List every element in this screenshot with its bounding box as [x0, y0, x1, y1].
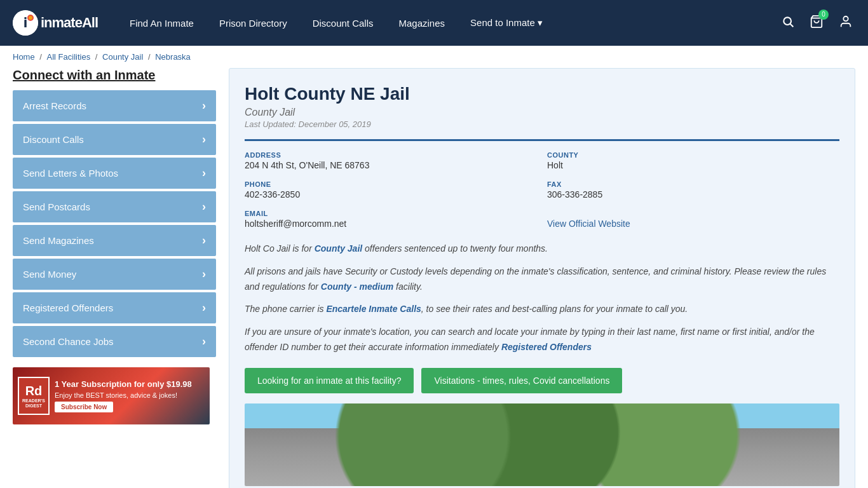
svg-point-4	[783, 17, 791, 25]
nav-prison-directory[interactable]: Prison Directory	[207, 0, 300, 46]
facility-phone: PHONE 402-336-2850	[245, 180, 537, 200]
chevron-right-icon: ›	[202, 234, 206, 247]
facility-email: EMAIL holtsheriff@morcomm.net	[245, 210, 537, 229]
facility-county: COUNTY Holt	[547, 151, 839, 170]
desc-paragraph-1: Holt Co Jail is for County Jail offender…	[245, 241, 839, 257]
facility-fax: FAX 306-336-2885	[547, 180, 839, 200]
logo-icon: i	[13, 10, 38, 36]
facility-website-link[interactable]: View Official Website	[547, 219, 630, 229]
svg-point-0	[13, 10, 38, 36]
sidebar-item-label: Send Postcards	[23, 201, 90, 212]
cart-badge: 0	[818, 10, 829, 20]
breadcrumb: Home / All Facilities / County Jail / Ne…	[0, 46, 868, 68]
nav-find-inmate[interactable]: Find An Inmate	[117, 0, 207, 46]
sidebar-title: Connect with an Inmate	[13, 68, 216, 83]
chevron-right-icon: ›	[202, 268, 206, 281]
sidebar-item-send-letters[interactable]: Send Letters & Photos ›	[13, 158, 216, 189]
facility-image	[245, 403, 839, 486]
main-nav: Find An Inmate Prison Directory Discount…	[117, 0, 779, 46]
chevron-right-icon: ›	[202, 99, 206, 112]
svg-text:i: i	[24, 16, 27, 30]
encartele-link[interactable]: Encartele Inmate Calls	[326, 304, 421, 314]
ad-logo: Rd READER'S DIGEST	[18, 377, 50, 415]
sidebar-item-label: Send Letters & Photos	[23, 168, 118, 179]
facility-info-grid: ADDRESS 204 N 4th St, O'Neill, NE 68763 …	[245, 139, 839, 229]
sidebar-menu: Arrest Records › Discount Calls › Send L…	[13, 90, 216, 357]
svg-line-5	[790, 24, 794, 27]
facility-website: View Official Website	[547, 210, 839, 229]
chevron-right-icon: ›	[202, 200, 206, 214]
nav-send-to-inmate[interactable]: Send to Inmate ▾	[458, 0, 555, 46]
logo[interactable]: i inmateAll	[13, 10, 98, 36]
sidebar-item-label: Arrest Records	[23, 100, 86, 111]
sidebar-item-label: Discount Calls	[23, 134, 84, 145]
facility-address: ADDRESS 204 N 4th St, O'Neill, NE 68763	[245, 151, 537, 170]
sidebar-item-label: Send Money	[23, 269, 76, 280]
breadcrumb-home[interactable]: Home	[13, 52, 35, 62]
sidebar-item-send-money[interactable]: Send Money ›	[13, 259, 216, 290]
chevron-right-icon: ›	[202, 335, 206, 348]
facility-aerial-photo	[245, 403, 839, 486]
header-icons: 0	[779, 12, 855, 34]
sidebar-item-label: Registered Offenders	[23, 302, 113, 313]
nav-discount-calls[interactable]: Discount Calls	[300, 0, 386, 46]
find-inmate-button[interactable]: Looking for an inmate at this facility?	[245, 368, 414, 393]
ad-subscribe-button[interactable]: Subscribe Now	[55, 402, 113, 412]
user-button[interactable]	[836, 12, 855, 34]
desc-paragraph-2: All prisons and jails have Security or C…	[245, 264, 839, 295]
facility-name: Holt County NE Jail	[245, 84, 839, 104]
sidebar-item-registered-offenders[interactable]: Registered Offenders ›	[13, 292, 216, 323]
search-button[interactable]	[779, 13, 797, 34]
svg-point-7	[843, 16, 848, 20]
desc-paragraph-4: If you are unsure of your inmate's locat…	[245, 325, 839, 355]
facility-description: Holt Co Jail is for County Jail offender…	[245, 241, 839, 355]
chevron-right-icon: ›	[202, 301, 206, 315]
ad-text: 1 Year Subscription for only $19.98 Enjo…	[55, 379, 205, 412]
desc-paragraph-3: The phone carrier is Encartele Inmate Ca…	[245, 302, 839, 317]
breadcrumb-county-jail[interactable]: County Jail	[102, 52, 143, 62]
sidebar-item-arrest-records[interactable]: Arrest Records ›	[13, 90, 216, 121]
breadcrumb-state[interactable]: Nebraska	[155, 52, 191, 62]
sidebar-item-send-postcards[interactable]: Send Postcards ›	[13, 191, 216, 222]
facility-card: Holt County NE Jail County Jail Last Upd…	[229, 68, 855, 488]
chevron-right-icon: ›	[202, 166, 206, 180]
facility-updated: Last Updated: December 05, 2019	[245, 119, 839, 129]
county-medium-link[interactable]: County - medium	[321, 281, 393, 292]
sidebar-item-second-chance-jobs[interactable]: Second Chance Jobs ›	[13, 326, 216, 357]
breadcrumb-all-facilities[interactable]: All Facilities	[47, 52, 91, 62]
sidebar-item-send-magazines[interactable]: Send Magazines ›	[13, 225, 216, 256]
registered-offenders-link[interactable]: Registered Offenders	[501, 342, 592, 352]
sidebar-item-label: Send Magazines	[23, 235, 94, 246]
chevron-right-icon: ›	[202, 133, 206, 146]
ad-banner[interactable]: Rd READER'S DIGEST 1 Year Subscription f…	[13, 367, 210, 424]
cart-button[interactable]: 0	[807, 12, 826, 34]
sidebar: Connect with an Inmate Arrest Records › …	[13, 68, 216, 488]
main-content: Connect with an Inmate Arrest Records › …	[0, 68, 868, 488]
svg-point-3	[29, 16, 32, 20]
visitation-button[interactable]: Visitations - times, rules, Covid cancel…	[421, 368, 622, 393]
nav-magazines[interactable]: Magazines	[386, 0, 458, 46]
logo-text: inmateAll	[41, 15, 98, 31]
sidebar-item-discount-calls[interactable]: Discount Calls ›	[13, 124, 216, 155]
sidebar-item-label: Second Chance Jobs	[23, 336, 114, 347]
facility-type: County Jail	[245, 107, 839, 118]
action-buttons: Looking for an inmate at this facility? …	[245, 368, 839, 393]
county-jail-link[interactable]: County Jail	[315, 243, 362, 254]
header: i inmateAll Find An Inmate Prison Direct…	[0, 0, 868, 46]
